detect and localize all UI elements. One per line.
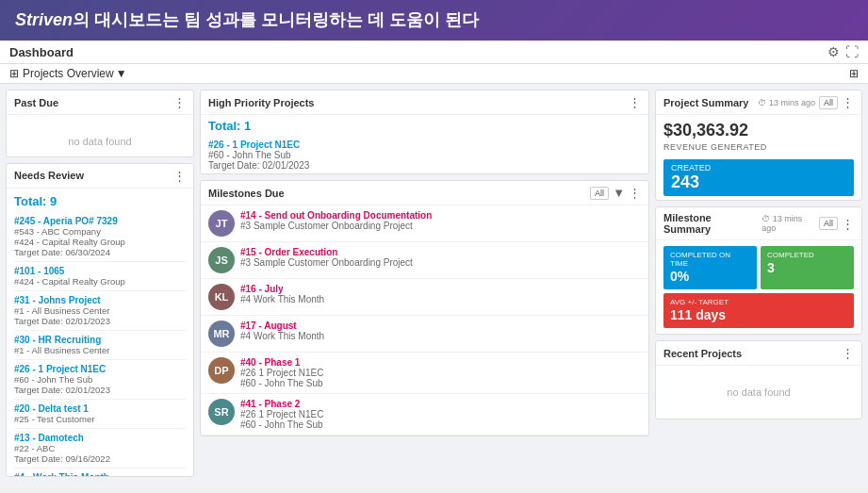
list-item[interactable]: #26 - 1 Project N1EC#60 - John The SubTa…: [14, 360, 186, 400]
past-due-card: Past Due ⋮ no data found: [6, 90, 194, 157]
left-column: Past Due ⋮ no data found Needs Review ⋮ …: [6, 90, 194, 477]
projects-bar-icon: ⊞: [9, 67, 19, 80]
avatar: JS: [208, 247, 235, 273]
projects-bar-extra: ⊞: [849, 67, 859, 80]
milestones-all-button[interactable]: All: [590, 187, 609, 200]
high-priority-total: Total: 1: [201, 115, 648, 137]
milestone-info: #15 - Order Execution#3 Sample Customer …: [240, 247, 413, 268]
expand-button[interactable]: ⛶: [845, 44, 859, 59]
past-due-header: Past Due ⋮: [7, 90, 193, 115]
avg-target-box: AVG +/- TARGET 111 days: [663, 293, 854, 328]
completed-value: 3: [767, 260, 775, 275]
milestone-summary-more-button[interactable]: ⋮: [842, 217, 854, 231]
milestone-summary-grid: COMPLETED ON TIME 0% COMPLETED 3 AVG +/-…: [656, 240, 861, 334]
dashboard-actions: ⚙ ⛶: [827, 44, 859, 59]
banner-korean: 의 대시보드는 팀 성과를 모니터링하는 데 도움이 된다: [73, 10, 479, 29]
milestones-due-card: Milestones Due All ▼ ⋮ JT#14 - Send out …: [200, 180, 649, 436]
created-label: CREATED: [671, 163, 846, 173]
project-summary-more-button[interactable]: ⋮: [842, 95, 854, 109]
list-item[interactable]: #30 - HR Recruiting#1 - All Business Cen…: [14, 331, 186, 360]
list-item[interactable]: JT#14 - Send out Onboarding Documentatio…: [201, 205, 648, 242]
milestone-summary-header-right: ⏱ 13 mins ago All ⋮: [758, 214, 854, 233]
completed-label: COMPLETED: [767, 251, 847, 259]
milestones-due-dropdown[interactable]: ▼: [613, 186, 625, 200]
revenue-label: REVENUE GENERATED: [656, 142, 861, 156]
dashboard-wrapper: Dashboard ⚙ ⛶ ⊞ Projects Overview ▼ ⊞ Pa…: [0, 41, 868, 488]
milestone-summary-title: Milestone Summary: [663, 212, 758, 235]
list-item[interactable]: JS#15 - Order Execution#3 Sample Custome…: [201, 242, 648, 279]
milestones-items: JT#14 - Send out Onboarding Documentatio…: [201, 205, 648, 435]
created-value: 243: [671, 173, 699, 191]
milestones-due-header-right: All ▼ ⋮: [590, 186, 641, 200]
list-item[interactable]: SR#41 - Phase 2#26 1 Project N1EC#60 - J…: [201, 394, 648, 435]
high-priority-title: High Priority Projects: [208, 97, 314, 108]
past-due-title: Past Due: [14, 97, 58, 108]
project-summary-all-button[interactable]: All: [819, 96, 838, 109]
list-item[interactable]: #20 - Delta test 1#25 - Test Customer: [14, 400, 186, 429]
project-summary-title: Project Summary: [663, 97, 748, 108]
banner: Striven의 대시보드는 팀 성과를 모니터링하는 데 도움이 된다: [0, 0, 868, 41]
avatar: SR: [208, 399, 235, 425]
recent-projects-body: no data found: [656, 366, 861, 419]
completed-box: COMPLETED 3: [761, 246, 854, 289]
list-item[interactable]: #31 - Johns Project#1 - All Business Cen…: [14, 291, 186, 331]
milestones-due-header: Milestones Due All ▼ ⋮: [201, 181, 648, 205]
projects-bar: ⊞ Projects Overview ▼ ⊞: [0, 64, 868, 84]
avatar: KL: [208, 284, 235, 310]
project-summary-header-right: ⏱ 13 mins ago All ⋮: [754, 95, 854, 109]
created-bar: CREATED 243: [663, 159, 854, 196]
completed-on-time-value: 0%: [670, 269, 689, 284]
milestone-info: #14 - Send out Onboarding Documentation#…: [240, 210, 432, 231]
list-item[interactable]: #101 - 1065#424 - Capital Realty Group: [14, 262, 186, 291]
needs-review-card: Needs Review ⋮ Total: 9 #245 - Aperia PO…: [6, 163, 194, 477]
milestones-due-title: Milestones Due: [208, 188, 285, 199]
past-due-more-button[interactable]: ⋮: [173, 95, 186, 109]
milestone-info: #16 - July#4 Work This Month: [240, 284, 324, 304]
list-item[interactable]: #13 - Damotech#22 - ABCTarget Date: 09/1…: [14, 429, 186, 468]
milestone-info: #41 - Phase 2#26 1 Project N1EC#60 - Joh…: [240, 399, 323, 430]
recent-projects-more-button[interactable]: ⋮: [842, 346, 854, 360]
high-priority-card: High Priority Projects ⋮ Total: 1 #26 - …: [200, 90, 649, 174]
avatar: MR: [208, 320, 235, 347]
past-due-no-data: no data found: [14, 121, 186, 157]
list-item[interactable]: KL#16 - July#4 Work This Month: [201, 279, 648, 316]
avg-target-value: 111 days: [670, 307, 726, 322]
needs-review-header: Needs Review ⋮: [7, 164, 193, 189]
project-summary-header: Project Summary ⏱ 13 mins ago All ⋮: [656, 90, 861, 115]
needs-review-items: #245 - Aperia PO# 7329#543 - ABC Company…: [14, 212, 186, 477]
recent-projects-title: Recent Projects: [663, 348, 742, 359]
main-content: Past Due ⋮ no data found Needs Review ⋮ …: [0, 84, 868, 483]
dashboard-header: Dashboard ⚙ ⛶: [0, 41, 868, 64]
list-item[interactable]: #4 - Work This Month: [14, 468, 186, 477]
list-item[interactable]: DP#40 - Phase 1#26 1 Project N1EC#60 - J…: [201, 353, 648, 394]
list-item[interactable]: #26 - 1 Project N1EC#60 - John The SubTa…: [201, 137, 648, 173]
past-due-body: no data found: [7, 115, 193, 157]
avatar: JT: [208, 210, 235, 237]
needs-review-total: Total: 9: [14, 194, 186, 208]
milestone-summary-all-button[interactable]: All: [819, 217, 838, 230]
high-priority-header: High Priority Projects ⋮: [201, 90, 648, 115]
settings-button[interactable]: ⚙: [827, 44, 840, 59]
needs-review-more-button[interactable]: ⋮: [173, 169, 186, 183]
projects-overview-dropdown[interactable]: Projects Overview ▼: [23, 67, 127, 80]
recent-projects-header: Recent Projects ⋮: [656, 341, 861, 366]
completed-on-time-box: COMPLETED ON TIME 0%: [663, 246, 757, 289]
milestone-summary-card: Milestone Summary ⏱ 13 mins ago All ⋮ CO…: [655, 206, 862, 335]
needs-review-body: Total: 9 #245 - Aperia PO# 7329#543 - AB…: [7, 189, 193, 477]
high-priority-items: #26 - 1 Project N1EC#60 - John The SubTa…: [201, 137, 648, 173]
banner-eng: Striven: [15, 10, 73, 29]
recent-projects-card: Recent Projects ⋮ no data found: [655, 340, 862, 419]
project-summary-time: ⏱ 13 mins ago: [758, 98, 815, 107]
right-column: Project Summary ⏱ 13 mins ago All ⋮ $30,…: [655, 90, 862, 477]
high-priority-more-button[interactable]: ⋮: [629, 95, 641, 109]
recent-projects-no-data: no data found: [663, 371, 854, 413]
list-item[interactable]: MR#17 - August#4 Work This Month: [201, 316, 648, 353]
milestone-summary-header: Milestone Summary ⏱ 13 mins ago All ⋮: [656, 207, 861, 240]
revenue-amount: $30,363.92: [656, 115, 861, 142]
milestone-summary-time: ⏱ 13 mins ago: [762, 214, 815, 233]
completed-on-time-label: COMPLETED ON TIME: [670, 251, 750, 268]
milestone-info: #40 - Phase 1#26 1 Project N1EC#60 - Joh…: [240, 357, 323, 388]
middle-column: High Priority Projects ⋮ Total: 1 #26 - …: [200, 90, 649, 477]
milestones-due-more-button[interactable]: ⋮: [629, 186, 641, 200]
list-item[interactable]: #245 - Aperia PO# 7329#543 - ABC Company…: [14, 212, 186, 262]
